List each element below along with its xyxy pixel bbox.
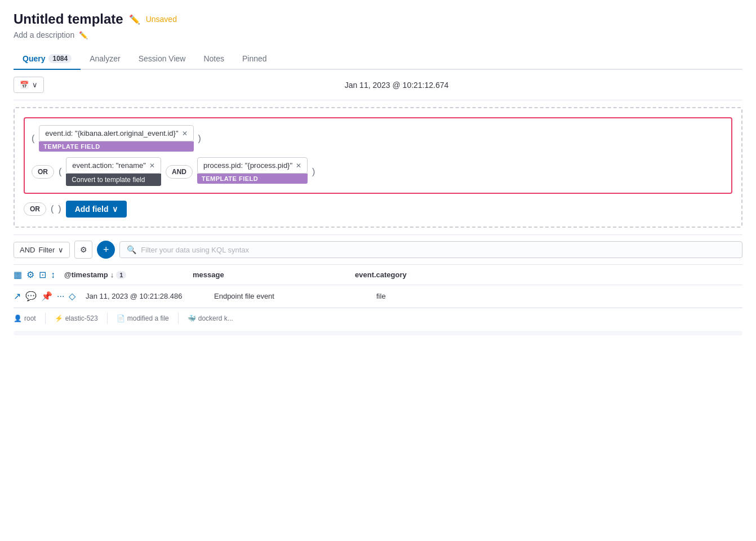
timestamp-label: @timestamp xyxy=(64,270,108,279)
open-paren-2: ( xyxy=(59,167,61,177)
tab-analyzer-label: Analyzer xyxy=(90,54,120,63)
scrollbar[interactable] xyxy=(14,331,742,335)
and-label: AND xyxy=(20,246,35,254)
convert-to-template-label[interactable]: Convert to template field xyxy=(66,174,161,186)
close-paren-1: ) xyxy=(198,134,201,144)
search-icon: 🔍 xyxy=(127,245,136,254)
row-category-value: file xyxy=(376,292,386,300)
page-title: Untitled template xyxy=(14,11,123,27)
divider-3 xyxy=(178,313,179,324)
title-row: Untitled template ✏️ Unsaved xyxy=(14,11,742,27)
field-close-1[interactable]: ✕ xyxy=(182,130,188,138)
user-icon: 👤 xyxy=(14,314,22,322)
or-operator-1[interactable]: OR xyxy=(32,165,54,179)
expand-row-icon[interactable]: ↗ xyxy=(14,291,21,301)
table-row: ↗ 💬 📌 ··· ◇ Jan 11, 2023 @ 10:21:28.486 … xyxy=(14,285,742,308)
divider-2 xyxy=(107,313,108,324)
cell-message: Endpoint file event xyxy=(214,292,372,300)
filter-label: Filter xyxy=(38,246,55,254)
date-picker-button[interactable]: 📅 ∨ xyxy=(14,77,44,93)
field-chip-2[interactable]: event.action: "rename" ✕ xyxy=(66,157,161,174)
field-chip-container-1: event.id: "{kibana.alert.original_event.… xyxy=(39,125,193,152)
alert-icon[interactable]: ◇ xyxy=(69,291,75,301)
description-text: Add a description xyxy=(14,30,74,39)
more-options-icon[interactable]: ··· xyxy=(57,291,64,301)
pink-highlight-box: ( event.id: "{kibana.alert.original_even… xyxy=(24,117,732,194)
or-operator-2[interactable]: OR xyxy=(24,202,46,216)
add-field-row: OR ( ) Add field ∨ xyxy=(24,201,732,218)
pin-icon[interactable]: 📌 xyxy=(41,291,52,301)
field-close-3[interactable]: ✕ xyxy=(296,162,301,170)
table-header-row: ▦ ⚙ ⊡ ↕ @timestamp ↓ 1 message event.cat… xyxy=(14,265,742,285)
toolbar-row: 📅 ∨ Jan 11, 2023 @ 10:21:12.674 xyxy=(14,70,742,100)
row-tools: ↗ 💬 📌 ··· ◇ xyxy=(14,291,81,301)
elastic-icon: ⚡ xyxy=(55,314,63,322)
close-paren-3: ) xyxy=(58,204,61,214)
and-operator-1[interactable]: AND xyxy=(166,165,193,179)
tab-notes[interactable]: Notes xyxy=(194,48,233,70)
status-item-docker: 🐳 dockerd k... xyxy=(188,314,233,322)
columns-icon[interactable]: ▦ xyxy=(14,269,22,280)
field-chip-container-2: event.action: "rename" ✕ Convert to temp… xyxy=(66,157,161,186)
field-value-3: process.pid: "{process.pid}" xyxy=(203,161,292,170)
tab-session-view[interactable]: Session View xyxy=(130,48,195,70)
table-tools: ▦ ⚙ ⊡ ↕ xyxy=(14,269,55,280)
query-builder-area: ( event.id: "{kibana.alert.original_even… xyxy=(14,107,742,228)
cell-category: file xyxy=(376,292,742,300)
template-field-label-3: TEMPLATE FIELD xyxy=(197,174,308,184)
status-item-user: 👤 root xyxy=(14,314,36,322)
add-field-button[interactable]: Add field ∨ xyxy=(66,201,127,218)
settings-icon[interactable]: ⚙ xyxy=(26,269,34,280)
chevron-down-icon: ∨ xyxy=(32,81,38,89)
search-bar[interactable]: 🔍 Filter your data using KQL syntax xyxy=(119,241,742,258)
tab-query[interactable]: Query 1084 xyxy=(14,48,81,70)
tab-pinned[interactable]: Pinned xyxy=(233,48,276,70)
filter-settings-button[interactable]: ⚙ xyxy=(74,241,92,259)
sliders-icon: ⚙ xyxy=(80,245,87,254)
tab-pinned-label: Pinned xyxy=(242,54,267,63)
status-user-text: root xyxy=(24,314,36,322)
query-row-1: ( event.id: "{kibana.alert.original_even… xyxy=(32,125,724,152)
status-item-file: 📄 modified a file xyxy=(117,314,169,322)
status-docker-text: dockerd k... xyxy=(198,314,233,322)
filter-button[interactable]: AND Filter ∨ xyxy=(14,242,70,258)
tab-session-view-label: Session View xyxy=(139,54,186,63)
status-bar: 👤 root ⚡ elastic-523 📄 modified a file 🐳… xyxy=(14,308,742,329)
filter-row: AND Filter ∨ ⚙ + 🔍 Filter your data usin… xyxy=(14,234,742,265)
file-icon: 📄 xyxy=(117,314,125,322)
fullscreen-icon[interactable]: ⊡ xyxy=(39,269,46,280)
description-edit-icon[interactable]: ✏️ xyxy=(79,31,88,39)
event-category-label: event.category xyxy=(355,270,407,279)
col-header-message[interactable]: message xyxy=(193,270,350,279)
header-section: Untitled template ✏️ Unsaved Add a descr… xyxy=(14,11,742,39)
col-header-timestamp[interactable]: @timestamp ↓ 1 xyxy=(64,270,188,279)
field-value-2: event.action: "rename" xyxy=(72,161,146,170)
field-value-1: event.id: "{kibana.alert.original_event.… xyxy=(45,129,178,138)
field-chip-1[interactable]: event.id: "{kibana.alert.original_event.… xyxy=(39,125,193,141)
close-paren-2: ) xyxy=(312,167,315,177)
template-field-label-1: TEMPLATE FIELD xyxy=(39,141,193,152)
sort-arrow-icon: ↓ xyxy=(110,270,114,279)
unsaved-badge: Unsaved xyxy=(146,15,177,24)
add-filter-button[interactable]: + xyxy=(97,241,115,259)
calendar-icon: 📅 xyxy=(20,81,29,89)
plus-icon: + xyxy=(103,244,109,256)
sort-icon[interactable]: ↕ xyxy=(51,270,55,280)
search-placeholder: Filter your data using KQL syntax xyxy=(141,246,249,254)
cell-timestamp: Jan 11, 2023 @ 10:21:28.486 xyxy=(86,292,210,300)
status-elastic-text: elastic-523 xyxy=(65,314,98,322)
sort-badge: 1 xyxy=(116,271,126,279)
field-close-2[interactable]: ✕ xyxy=(149,162,155,170)
row-message-value: Endpoint file event xyxy=(214,292,274,300)
field-chip-3[interactable]: process.pid: "{process.pid}" ✕ xyxy=(197,157,308,174)
query-row-2: OR ( event.action: "rename" ✕ Convert to… xyxy=(32,157,724,186)
title-edit-icon[interactable]: ✏️ xyxy=(129,14,140,25)
add-field-label: Add field xyxy=(75,205,109,214)
tab-query-label: Query xyxy=(23,54,45,63)
tab-notes-label: Notes xyxy=(203,54,224,63)
open-paren-3: ( xyxy=(51,204,54,214)
col-header-event-category[interactable]: event.category xyxy=(355,270,742,279)
tab-analyzer[interactable]: Analyzer xyxy=(81,48,129,70)
add-field-chevron-icon: ∨ xyxy=(112,205,118,214)
comment-icon[interactable]: 💬 xyxy=(25,291,37,301)
